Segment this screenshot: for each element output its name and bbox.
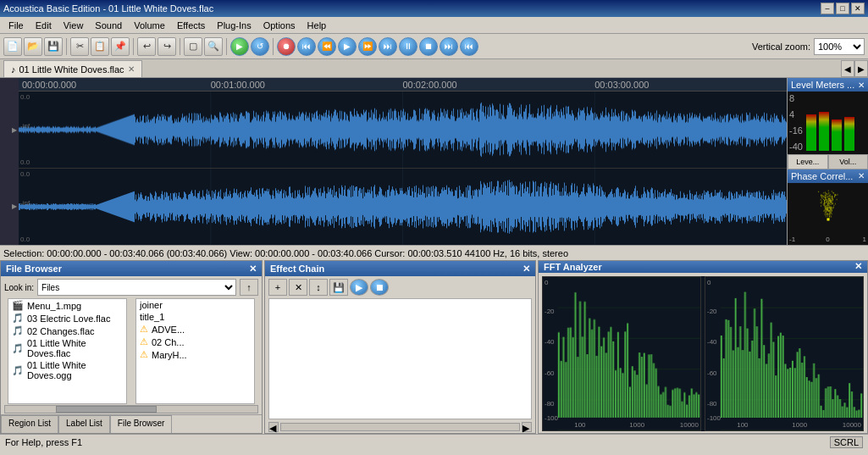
undo-button[interactable]: ↩ (137, 37, 156, 56)
minimize-button[interactable]: – (821, 3, 834, 14)
stop-button[interactable]: ⏹ (419, 37, 438, 56)
level-tab-leve[interactable]: Leve... (788, 154, 828, 169)
redo-button[interactable]: ↪ (158, 37, 176, 56)
tab-close-button[interactable]: ✕ (128, 64, 135, 74)
look-in-label: Look in: (4, 283, 34, 292)
fft-r-freq-1000: 1000 (792, 421, 807, 429)
paste-button[interactable]: 📌 (111, 37, 130, 56)
ec-stop-btn[interactable]: ⏹ (370, 279, 389, 296)
tab-active[interactable]: ♪ 01 Little White Doves.flac ✕ (3, 60, 142, 77)
ec-scrollbar[interactable] (280, 423, 520, 431)
level-tab-vol[interactable]: Vol... (828, 154, 869, 169)
fb-item-0[interactable]: 🎬 Menu_1.mpg (8, 299, 126, 312)
next-button[interactable]: ⏭ (379, 37, 397, 56)
label-list-tab[interactable]: Label List (58, 415, 110, 433)
fast-forward-button[interactable]: ⏭ (440, 37, 458, 56)
fft-label-60: -60 (545, 369, 555, 377)
ec-move-btn[interactable]: ↕ (309, 279, 328, 296)
menu-help[interactable]: Help (302, 19, 332, 32)
copy-button[interactable]: 📋 (91, 37, 109, 56)
record-button[interactable]: ⏺ (277, 37, 296, 56)
save-button[interactable]: 💾 (44, 37, 63, 56)
fb-ritem-2[interactable]: ⚠ ADVE... (136, 323, 254, 336)
fb-ritem-0[interactable]: joiner (136, 299, 254, 311)
meter-bar-L (806, 114, 816, 151)
close-button[interactable]: ✕ (851, 3, 865, 14)
track1-label-top: 0.0 (20, 93, 30, 101)
file-browser-close[interactable]: ✕ (249, 264, 257, 275)
fb-rname-0: joiner (140, 300, 163, 310)
waveform-main[interactable]: 00:00:00.000 00:01:00.000 00:02:00.000 0… (19, 78, 787, 245)
ec-remove-btn[interactable]: ✕ (289, 279, 307, 296)
meter-bars (803, 92, 868, 154)
timeline-marker-1: 00:01:00.000 (211, 80, 265, 90)
phase-close[interactable]: ✕ (858, 171, 865, 180)
fb-scrollbar-thumb[interactable] (56, 406, 157, 413)
menu-volume[interactable]: Volume (129, 19, 170, 32)
fb-icon-1: 🎵 (12, 313, 24, 324)
zoom-tool[interactable]: 🔍 (204, 37, 223, 56)
fb-up-button[interactable]: ↑ (240, 279, 258, 296)
rewind-button[interactable]: ⏮ (297, 37, 316, 56)
fft-analyzer-close[interactable]: ✕ (854, 261, 862, 272)
open-button[interactable]: 📂 (24, 37, 42, 56)
fft-freq-100: 100 (574, 421, 585, 429)
play-button[interactable]: ▶ (338, 37, 357, 56)
pause-button[interactable]: ⏸ (399, 37, 417, 56)
fb-item-4[interactable]: 🎵 01 Little White Doves.ogg (8, 359, 126, 381)
zoom-select[interactable]: 100% 200% 50% (814, 38, 865, 55)
new-button[interactable]: 📄 (3, 37, 22, 56)
waveform-track-1[interactable]: 0.0 -inf. 0.0 (19, 92, 787, 169)
select-tool[interactable]: ▢ (184, 37, 202, 56)
fb-bottom-tabs: Region List Label List File Browser (1, 414, 262, 433)
waveform-track-2[interactable]: 0.0 -inf. 0.0 (19, 169, 787, 245)
zoom-section: Vertical zoom: 100% 200% 50% (752, 38, 865, 55)
separator-2 (133, 38, 134, 55)
fb-item-3[interactable]: 🎵 01 Little White Doves.flac (8, 337, 126, 359)
ec-play-btn[interactable]: ▶ (350, 279, 368, 296)
fft-r-label-60: -60 (707, 369, 717, 377)
timeline-marker-3: 00:03:00.000 (594, 80, 649, 90)
ec-scroll-right[interactable]: ▶ (522, 422, 532, 432)
fb-ritem-1[interactable]: title_1 (136, 311, 254, 323)
menu-file[interactable]: File (3, 19, 29, 32)
phase-display: -1 0 1 (788, 183, 868, 246)
prev-button[interactable]: ⏪ (318, 37, 336, 56)
fb-ritem-4[interactable]: ⚠ MaryH... (136, 348, 254, 361)
ec-scroll-left[interactable]: ◀ (268, 422, 279, 432)
fft-analyzer-titlebar: FFT Analyzer ✕ (539, 261, 867, 273)
fb-item-2[interactable]: 🎵 02 Changes.flac (8, 325, 126, 337)
tab-nav-right[interactable]: ▶ (854, 60, 868, 77)
end-button[interactable]: ⏮ (460, 37, 478, 56)
menu-options[interactable]: Options (258, 19, 301, 32)
forward-button[interactable]: ⏩ (358, 37, 377, 56)
fb-ritem-3[interactable]: ⚠ 02 Ch... (136, 336, 254, 348)
ec-add-btn[interactable]: + (268, 279, 287, 296)
menu-sound[interactable]: Sound (90, 19, 127, 32)
menu-effects[interactable]: Effects (172, 19, 210, 32)
menu-view[interactable]: View (58, 19, 89, 32)
look-in-select[interactable]: Files (37, 279, 236, 296)
fb-scrollbar[interactable] (4, 405, 258, 413)
fft-label-20: -20 (545, 308, 555, 315)
fft-label-0: 0 (545, 279, 548, 286)
effect-chain-close[interactable]: ✕ (522, 264, 530, 275)
file-browser-tab[interactable]: File Browser (110, 415, 173, 433)
ec-save-btn[interactable]: 💾 (329, 279, 348, 296)
fb-list-right[interactable]: joiner title_1 ⚠ ADVE... ⚠ 02 Ch... ⚠ Ma… (135, 298, 255, 404)
play-green-button[interactable]: ▶ (230, 37, 249, 56)
loop-button[interactable]: ↺ (251, 37, 269, 56)
level-meters-close[interactable]: ✕ (858, 80, 865, 90)
region-list-tab[interactable]: Region List (1, 415, 58, 433)
menu-plugins[interactable]: Plug-Ins (212, 19, 256, 32)
separator-1 (66, 38, 67, 55)
help-text: For Help, press F1 (5, 437, 82, 447)
tab-nav-left[interactable]: ◀ (841, 60, 854, 77)
fb-rname-2: ADVE... (152, 325, 185, 335)
maximize-button[interactable]: □ (836, 3, 849, 14)
menu-edit[interactable]: Edit (30, 19, 57, 32)
fb-list-left[interactable]: 🎬 Menu_1.mpg 🎵 03 Electric Love.flac 🎵 0… (8, 298, 127, 404)
meter-bar-4 (844, 117, 854, 150)
fb-item-1[interactable]: 🎵 03 Electric Love.flac (8, 312, 126, 325)
cut-button[interactable]: ✂ (70, 37, 89, 56)
